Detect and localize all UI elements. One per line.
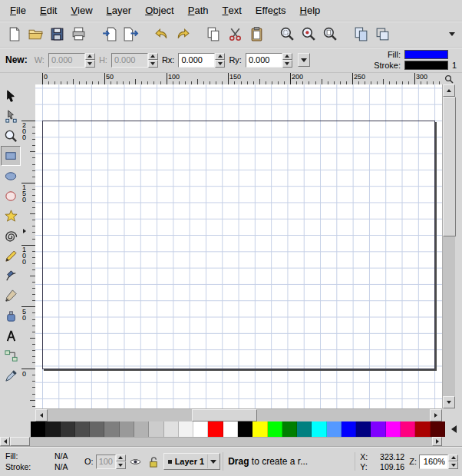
save-document-button[interactable] [46, 24, 68, 45]
fill-color-swatch[interactable] [404, 50, 448, 59]
palette-swatch[interactable] [149, 421, 163, 437]
menu-layer[interactable]: Layer [100, 0, 139, 21]
palette-swatch[interactable] [134, 421, 149, 437]
open-document-button[interactable] [25, 24, 46, 45]
star-tool-button[interactable] [1, 206, 21, 226]
width-spin-down[interactable] [85, 60, 95, 68]
hscroll-thumb[interactable] [192, 409, 257, 421]
height-spin-down[interactable] [148, 60, 158, 68]
stroke-color-swatch[interactable] [404, 61, 448, 70]
menu-path[interactable]: Path [181, 0, 216, 21]
palette-swatch[interactable] [297, 421, 312, 437]
scroll-left-button[interactable] [35, 409, 48, 421]
rx-spin-up[interactable] [215, 53, 225, 61]
horizontal-ruler[interactable]: 0 50 100 150 200 250 300 [35, 73, 442, 84]
layer-dropdown-arrow[interactable] [207, 455, 218, 468]
zoom-drawing-button[interactable] [298, 24, 319, 45]
hscroll-trough[interactable] [48, 409, 430, 421]
node-tool-button[interactable] [1, 106, 21, 126]
menu-help[interactable]: Help [293, 0, 328, 21]
pen-tool-button[interactable] [1, 266, 21, 286]
palette-scroll-right-button[interactable] [432, 437, 442, 446]
redo-button[interactable] [172, 24, 193, 45]
palette-swatch[interactable] [223, 421, 238, 437]
palette-swatch[interactable] [179, 421, 193, 437]
palette-swatch[interactable] [327, 421, 342, 437]
cut-button[interactable] [224, 24, 246, 45]
height-input[interactable] [111, 53, 148, 68]
layer-lock-button[interactable] [146, 454, 161, 469]
palette-more-button[interactable] [445, 421, 462, 437]
zoom-input[interactable] [419, 455, 448, 469]
zoom-spin-up[interactable] [448, 455, 458, 462]
text-tool-button[interactable] [1, 326, 21, 345]
palette-swatch[interactable] [312, 421, 326, 437]
toolbar-overflow-button[interactable] [445, 27, 459, 42]
zoom-spinbox[interactable] [419, 455, 458, 469]
pencil-tool-button[interactable] [1, 246, 21, 266]
palette-swatch[interactable] [31, 421, 45, 437]
palette-swatch[interactable] [431, 421, 445, 437]
palette-scrollbar[interactable] [0, 437, 462, 446]
palette-swatch[interactable] [386, 421, 401, 437]
rx-input[interactable] [178, 53, 215, 68]
selector-tool-button[interactable] [1, 86, 21, 106]
new-document-button[interactable] [3, 24, 25, 45]
dropper-tool-button[interactable] [1, 365, 21, 385]
paste-button[interactable] [246, 24, 267, 45]
palette-swatch[interactable] [45, 421, 60, 437]
menu-effects[interactable]: Effects [249, 0, 293, 21]
palette-swatch[interactable] [164, 421, 179, 437]
layer-selector[interactable]: Layer 1 [163, 453, 221, 470]
ry-spinbox[interactable] [246, 53, 292, 68]
menu-edit[interactable]: Edit [33, 0, 64, 21]
layer-visibility-button[interactable] [128, 454, 144, 469]
ry-spin-down[interactable] [282, 60, 292, 68]
vertical-ruler[interactable]: 200 150 100 50 0 [21, 84, 35, 408]
import-button[interactable] [98, 24, 120, 45]
rect-options-dropdown[interactable] [298, 53, 310, 67]
height-spinbox[interactable] [111, 53, 158, 68]
menu-object[interactable]: Object [138, 0, 181, 21]
palette-swatch[interactable] [75, 421, 90, 437]
palette-swatch[interactable] [282, 421, 297, 437]
menu-view[interactable]: View [64, 0, 99, 21]
spiral-tool-button[interactable] [1, 226, 21, 246]
zoom-spin-down[interactable] [448, 461, 458, 469]
palette-swatch[interactable] [90, 421, 104, 437]
zoom-tool-button[interactable] [1, 126, 21, 146]
color-palette[interactable] [31, 421, 445, 437]
clone-button[interactable] [371, 24, 393, 45]
width-input[interactable] [48, 53, 85, 68]
rx-spinbox[interactable] [178, 53, 225, 68]
export-button[interactable] [120, 24, 141, 45]
zoom-page-button[interactable] [319, 24, 341, 45]
zoom-corner-button[interactable] [442, 73, 455, 84]
ry-spin-up[interactable] [282, 53, 292, 61]
ink-tool-button[interactable] [1, 306, 21, 326]
zoom-selection-button[interactable] [276, 24, 298, 45]
circle-tool-button[interactable] [1, 186, 21, 206]
palette-swatch[interactable] [238, 421, 252, 437]
menu-file[interactable]: File [3, 0, 33, 21]
vertical-scrollbar[interactable] [442, 84, 455, 408]
palette-swatch[interactable] [356, 421, 371, 437]
print-document-button[interactable] [68, 24, 89, 45]
vscroll-thumb[interactable] [443, 97, 456, 236]
palette-swatch[interactable] [120, 421, 134, 437]
menu-text[interactable]: Text [216, 0, 249, 21]
palette-scroll-trough[interactable] [30, 437, 432, 446]
horizontal-scrollbar[interactable] [35, 408, 442, 421]
undo-button[interactable] [150, 24, 172, 45]
palette-swatch[interactable] [415, 421, 430, 437]
scroll-up-button[interactable] [443, 84, 455, 97]
height-spin-up[interactable] [148, 53, 158, 61]
palette-scroll-left-button[interactable] [0, 437, 10, 446]
rx-spin-down[interactable] [215, 60, 225, 68]
palette-swatch[interactable] [268, 421, 282, 437]
palette-swatch[interactable] [208, 421, 223, 437]
palette-swatch[interactable] [104, 421, 119, 437]
opacity-spin-up[interactable] [116, 455, 126, 462]
scroll-right-button[interactable] [430, 409, 442, 421]
palette-swatch[interactable] [371, 421, 385, 437]
